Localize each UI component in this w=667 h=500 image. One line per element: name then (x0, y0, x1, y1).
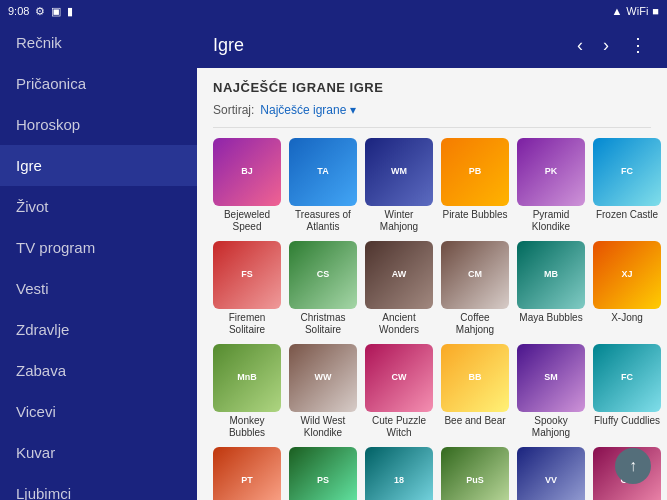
prev-button[interactable]: ‹ (573, 31, 587, 60)
game-thumbnail: XJ (593, 241, 661, 309)
game-item[interactable]: VVVolfied Virus (517, 447, 585, 500)
games-grid: BJBejeweled SpeedTATreasures of Atlantis… (213, 138, 651, 500)
game-name: Firemen Solitaire (213, 312, 281, 336)
game-item[interactable]: 182018 SOCCER (365, 447, 433, 500)
game-thumbnail: FS (213, 241, 281, 309)
game-name: Bee and Bear (444, 415, 505, 427)
menu-button[interactable]: ⋮ (625, 30, 651, 60)
sidebar-item-pricaonica[interactable]: Pričaonica (0, 63, 197, 104)
game-thumbnail: PS (289, 447, 357, 500)
game-item[interactable]: PKPyramid Klondike (517, 138, 585, 233)
game-item[interactable]: FSFiremen Solitaire (213, 241, 281, 336)
divider (213, 127, 651, 128)
sort-value: Najčešće igrane (260, 103, 346, 117)
battery-icon: ▮ (67, 5, 73, 18)
sidebar-item-zdravlje[interactable]: Zdravlje (0, 309, 197, 350)
sidebar-item-vicevi[interactable]: Vicevi (0, 391, 197, 432)
game-name: Pyramid Klondike (517, 209, 585, 233)
sidebar-item-kuvar[interactable]: Kuvar (0, 432, 197, 473)
game-item[interactable]: FCFrozen Castle (593, 138, 661, 233)
game-item[interactable]: PTPirates and Treasures (213, 447, 281, 500)
game-thumbnail: CM (441, 241, 509, 309)
sim-icon: ▣ (51, 5, 61, 18)
game-item[interactable]: BJBejeweled Speed (213, 138, 281, 233)
game-item[interactable]: MnBMonkey Bubbles (213, 344, 281, 439)
sidebar-item-zabava[interactable]: Zabava (0, 350, 197, 391)
battery-level-icon: ■ (652, 5, 659, 17)
sidebar: Rečnik Pričaonica Horoskop Igre Život TV… (0, 22, 197, 500)
game-item[interactable]: PSPLAYHEADS SOCCER (289, 447, 357, 500)
game-item[interactable]: WWWild West Klondike (289, 344, 357, 439)
game-name: Treasures of Atlantis (289, 209, 357, 233)
sort-row: Sortiraj: Najčešće igrane ▾ (213, 103, 651, 117)
game-name: X-Jong (611, 312, 643, 324)
main-container: Rečnik Pričaonica Horoskop Igre Život TV… (0, 22, 667, 500)
game-item[interactable]: CSChristmas Solitaire (289, 241, 357, 336)
game-item[interactable]: WMWinter Mahjong (365, 138, 433, 233)
game-item[interactable]: BBBee and Bear (441, 344, 509, 439)
sidebar-item-zivot[interactable]: Život (0, 186, 197, 227)
sidebar-item-vesti[interactable]: Vesti (0, 268, 197, 309)
game-item[interactable]: PuSPUPPET SOCCER (441, 447, 509, 500)
sidebar-item-ljubimci[interactable]: Ljubimci (0, 473, 197, 500)
game-item[interactable]: MBMaya Bubbles (517, 241, 585, 336)
game-thumbnail: WM (365, 138, 433, 206)
game-item[interactable]: PBPirate Bubbles (441, 138, 509, 233)
signal-icon: ▲ (611, 5, 622, 17)
section-title: NAJČEŠĆE IGRANE IGRE (213, 80, 651, 95)
game-name: Fluffy Cuddlies (594, 415, 660, 427)
sidebar-item-tvprogram[interactable]: TV program (0, 227, 197, 268)
game-item[interactable]: TATreasures of Atlantis (289, 138, 357, 233)
game-name: Ancient Wonders (365, 312, 433, 336)
game-item[interactable]: XJX-Jong (593, 241, 661, 336)
header-actions: ‹ › ⋮ (573, 30, 651, 60)
game-thumbnail: SM (517, 344, 585, 412)
game-item[interactable]: FCFluffy Cuddlies (593, 344, 661, 439)
sort-label: Sortiraj: (213, 103, 254, 117)
game-thumbnail: TA (289, 138, 357, 206)
game-thumbnail: FC (593, 138, 661, 206)
game-thumbnail: BB (441, 344, 509, 412)
game-thumbnail: FC (593, 344, 661, 412)
game-name: Coffee Mahjong (441, 312, 509, 336)
game-name: Winter Mahjong (365, 209, 433, 233)
game-thumbnail: PT (213, 447, 281, 500)
games-section: NAJČEŠĆE IGRANE IGRE Sortiraj: Najčešće … (197, 68, 667, 500)
game-item[interactable]: AWAncient Wonders (365, 241, 433, 336)
game-name: Bejeweled Speed (213, 209, 281, 233)
content-header: Igre ‹ › ⋮ (197, 22, 667, 68)
game-thumbnail: WW (289, 344, 357, 412)
game-thumbnail: CS (289, 241, 357, 309)
status-right: ▲ WiFi ■ (611, 5, 659, 17)
scroll-top-button[interactable]: ↑ (615, 448, 651, 484)
game-thumbnail: BJ (213, 138, 281, 206)
game-thumbnail: AW (365, 241, 433, 309)
game-thumbnail: CW (365, 344, 433, 412)
sidebar-item-horoskop[interactable]: Horoskop (0, 104, 197, 145)
game-item[interactable]: SMSpooky Mahjong (517, 344, 585, 439)
game-item[interactable]: CWCute Puzzle Witch (365, 344, 433, 439)
sidebar-item-recnik[interactable]: Rečnik (0, 22, 197, 63)
game-thumbnail: PK (517, 138, 585, 206)
game-name: Pirate Bubbles (442, 209, 507, 221)
time-display: 9:08 (8, 5, 29, 17)
sidebar-item-igre[interactable]: Igre (0, 145, 197, 186)
status-left: 9:08 ⚙ ▣ ▮ (8, 5, 73, 18)
game-name: Frozen Castle (596, 209, 658, 221)
wifi-icon: WiFi (626, 5, 648, 17)
game-thumbnail: 18 (365, 447, 433, 500)
next-button[interactable]: › (599, 31, 613, 60)
game-item[interactable]: CMCoffee Mahjong (441, 241, 509, 336)
game-thumbnail: MB (517, 241, 585, 309)
game-thumbnail: PuS (441, 447, 509, 500)
game-name: Maya Bubbles (519, 312, 582, 324)
game-thumbnail: MnB (213, 344, 281, 412)
game-name: Spooky Mahjong (517, 415, 585, 439)
sort-dropdown[interactable]: Najčešće igrane ▾ (260, 103, 356, 117)
game-name: Monkey Bubbles (213, 415, 281, 439)
status-bar: 9:08 ⚙ ▣ ▮ ▲ WiFi ■ (0, 0, 667, 22)
game-name: Christmas Solitaire (289, 312, 357, 336)
game-name: Cute Puzzle Witch (365, 415, 433, 439)
page-title: Igre (213, 35, 244, 56)
game-thumbnail: VV (517, 447, 585, 500)
